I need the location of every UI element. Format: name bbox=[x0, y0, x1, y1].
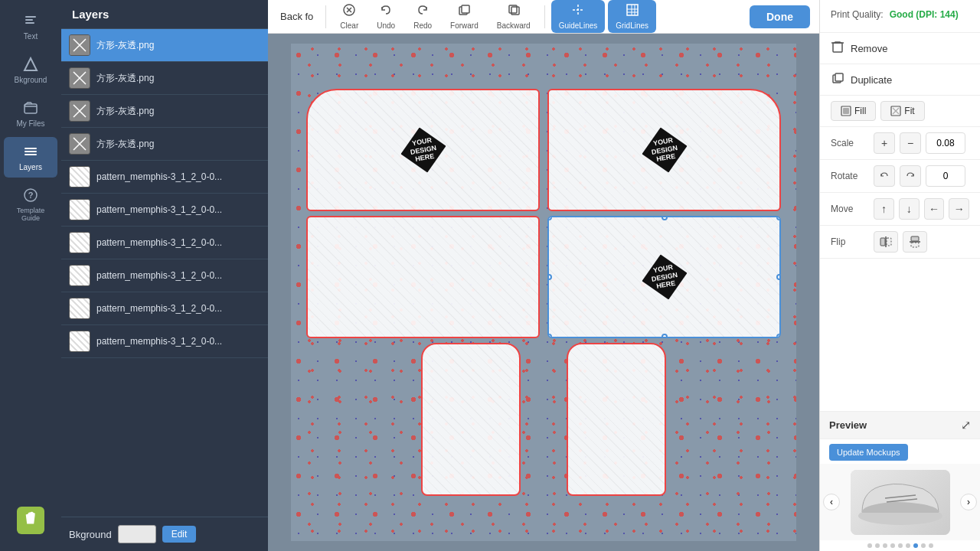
sidebar-item-bkground[interactable]: Bkground bbox=[4, 50, 57, 90]
bkground-color-swatch[interactable] bbox=[118, 525, 156, 543]
preview-dot-7[interactable] bbox=[921, 543, 926, 548]
handle-tr[interactable] bbox=[776, 216, 781, 220]
flip-label: Flip bbox=[831, 236, 869, 247]
layer-item-7[interactable]: pattern_memphis-3_1_2_0-0... bbox=[61, 227, 268, 259]
clear-button[interactable]: Clear bbox=[332, 0, 366, 33]
layer-item-4[interactable]: 方形-灰透.png bbox=[61, 128, 268, 161]
shoe-piece-top-right[interactable]: YOURDESIGNHERE bbox=[547, 89, 781, 211]
scale-decrease-button[interactable]: − bbox=[900, 132, 921, 154]
preview-dot-8[interactable] bbox=[929, 543, 933, 548]
layer-item-2[interactable]: 方形-灰透.png bbox=[61, 62, 268, 95]
guidelines-icon bbox=[571, 3, 585, 20]
handle-lm[interactable] bbox=[547, 274, 552, 280]
preview-dot-0[interactable] bbox=[867, 543, 872, 548]
forward-button[interactable]: Forward bbox=[443, 0, 486, 33]
layer-item-3[interactable]: 方形-灰透.png bbox=[61, 95, 268, 128]
fit-button[interactable]: Fit bbox=[880, 101, 924, 121]
main-area: Back fo Clear Undo Redo Forward bbox=[268, 0, 819, 551]
flip-horizontal-button[interactable] bbox=[874, 231, 898, 253]
scale-input[interactable] bbox=[926, 132, 965, 154]
redo-button[interactable]: Redo bbox=[406, 0, 439, 33]
layer-item-9[interactable]: pattern_memphis-3_1_2_0-0... bbox=[61, 292, 268, 325]
remove-row[interactable]: Remove bbox=[820, 33, 980, 64]
preview-next-button[interactable]: › bbox=[960, 494, 977, 510]
sidebar-item-text[interactable]: Text bbox=[4, 6, 57, 47]
handle-bm[interactable] bbox=[662, 334, 668, 338]
preview-dot-1[interactable] bbox=[875, 543, 880, 548]
bkground-icon bbox=[22, 56, 39, 73]
layer-item-5[interactable]: pattern_memphis-3_1_2_0-0... bbox=[61, 161, 268, 194]
handle-bl[interactable] bbox=[547, 334, 552, 338]
scale-increase-button[interactable]: + bbox=[874, 132, 895, 154]
duplicate-row[interactable]: Duplicate bbox=[820, 64, 980, 96]
shopify-logo bbox=[17, 507, 44, 537]
done-button[interactable]: Done bbox=[750, 5, 810, 28]
preview-dots bbox=[820, 540, 980, 551]
layer-name-5: pattern_memphis-3_1_2_0-0... bbox=[96, 171, 222, 182]
preview-dot-2[interactable] bbox=[883, 543, 887, 548]
print-quality-value: Good (DPI: 144) bbox=[890, 9, 959, 20]
layer-item-1[interactable]: 方形-灰透.png bbox=[61, 29, 268, 62]
sidebar-item-template[interactable]: ? Template Guide bbox=[4, 181, 57, 228]
svg-rect-7 bbox=[24, 154, 37, 155]
rotate-right-button[interactable] bbox=[900, 165, 921, 187]
gridlines-button[interactable]: GridLines bbox=[608, 0, 656, 33]
svg-rect-22 bbox=[627, 5, 638, 15]
preview-section: Preview ⤢ Update Mockups ‹ › bbox=[820, 411, 980, 551]
myfiles-icon bbox=[22, 99, 39, 116]
handle-br[interactable] bbox=[776, 334, 781, 338]
bkground-edit-button[interactable]: Edit bbox=[162, 526, 197, 543]
undo-icon bbox=[379, 3, 393, 20]
preview-dot-3[interactable] bbox=[890, 543, 895, 548]
flip-vertical-button[interactable] bbox=[903, 231, 927, 253]
preview-dot-5[interactable] bbox=[906, 543, 910, 548]
guidelines-button[interactable]: GuideLines bbox=[551, 0, 606, 33]
redo-icon bbox=[416, 3, 430, 20]
preview-expand-button[interactable]: ⤢ bbox=[961, 418, 971, 432]
preview-prev-button[interactable]: ‹ bbox=[823, 494, 840, 510]
shoe-piece-boot-left[interactable] bbox=[421, 343, 521, 496]
move-left-button[interactable]: ← bbox=[924, 198, 945, 220]
svg-rect-1 bbox=[25, 19, 33, 21]
sidebar-item-myfiles[interactable]: My Files bbox=[4, 93, 57, 134]
layer-name-10: pattern_memphis-3_1_2_0-0... bbox=[96, 336, 222, 347]
clear-icon bbox=[342, 3, 356, 20]
handle-tm[interactable] bbox=[662, 216, 668, 220]
canvas-wrapper: YOURDESIGNHERE YOURDESIGNHERE bbox=[291, 44, 796, 541]
layer-item-6[interactable]: pattern_memphis-3_1_2_0-0... bbox=[61, 194, 268, 227]
handle-tl[interactable] bbox=[547, 216, 552, 220]
svg-rect-27 bbox=[833, 43, 842, 52]
layer-item-10[interactable]: pattern_memphis-3_1_2_0-0... bbox=[61, 325, 268, 358]
shoe-row-3 bbox=[306, 343, 781, 496]
rotate-left-button[interactable] bbox=[874, 165, 895, 187]
layers-icon bbox=[22, 143, 39, 160]
preview-dot-4[interactable] bbox=[898, 543, 903, 548]
layer-thumb-3 bbox=[69, 100, 90, 122]
backward-icon bbox=[507, 3, 521, 20]
layers-panel: Layers 方形-灰透.png方形-灰透.png方形-灰透.png方形-灰透.… bbox=[61, 0, 268, 551]
sidebar-item-layers[interactable]: Layers bbox=[4, 137, 57, 178]
move-down-button[interactable]: ↓ bbox=[899, 198, 920, 220]
layer-thumb-2 bbox=[69, 67, 90, 89]
undo-button[interactable]: Undo bbox=[369, 0, 403, 33]
backward-button[interactable]: Backward bbox=[489, 0, 538, 33]
right-panel: Print Quality: Good (DPI: 144) Remove Du… bbox=[819, 0, 980, 551]
shoe-piece-mid-left[interactable] bbox=[306, 216, 540, 338]
shoe-piece-top-left[interactable]: YOURDESIGNHERE bbox=[306, 89, 540, 211]
fill-button[interactable]: Fill bbox=[831, 101, 876, 121]
preview-header: Preview ⤢ bbox=[820, 412, 980, 439]
layer-item-8[interactable]: pattern_memphis-3_1_2_0-0... bbox=[61, 259, 268, 292]
fill-fit-row: Fill Fit bbox=[820, 96, 980, 127]
canvas-area[interactable]: YOURDESIGNHERE YOURDESIGNHERE bbox=[268, 34, 819, 551]
preview-dot-6[interactable] bbox=[913, 543, 918, 548]
handle-rm[interactable] bbox=[776, 274, 781, 280]
layer-thumb-7 bbox=[69, 232, 90, 253]
svg-rect-6 bbox=[24, 151, 37, 152]
shoe-piece-mid-right[interactable]: YOURDESIGNHERE bbox=[547, 216, 781, 338]
rotate-input[interactable] bbox=[926, 165, 965, 187]
move-up-button[interactable]: ↑ bbox=[874, 198, 894, 220]
shoe-piece-boot-right[interactable] bbox=[567, 343, 666, 496]
svg-rect-5 bbox=[24, 148, 37, 149]
move-right-button[interactable]: → bbox=[949, 198, 969, 220]
update-mockups-button[interactable]: Update Mockups bbox=[829, 444, 908, 461]
